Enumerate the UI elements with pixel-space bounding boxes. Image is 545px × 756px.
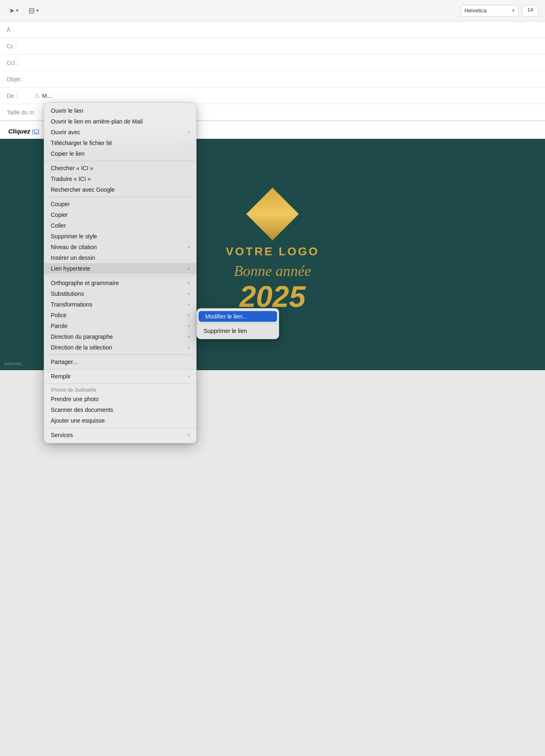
compose-icon: ⊟ bbox=[28, 6, 35, 15]
subject-label: Objet : bbox=[7, 76, 31, 83]
subject-input[interactable] bbox=[31, 76, 538, 83]
arrow-icon: › bbox=[188, 312, 190, 318]
menu-item-services[interactable]: Services › bbox=[44, 430, 196, 440]
menu-item-label: Copier le lien bbox=[51, 150, 85, 157]
submenu-item-modifier[interactable]: Modifier le lien... bbox=[199, 311, 277, 322]
menu-item-open-link[interactable]: Ouvrir le lien bbox=[44, 105, 196, 116]
from-label: De : bbox=[7, 93, 31, 99]
separator-1 bbox=[44, 161, 196, 161]
menu-item-label: Partager... bbox=[51, 359, 78, 365]
menu-item-label: Ouvrir le lien bbox=[51, 107, 83, 114]
menu-item-label: Ajouter une esquisse bbox=[51, 417, 105, 424]
font-size-field[interactable]: 14 bbox=[522, 5, 538, 17]
menu-item-google[interactable]: Rechercher avec Google bbox=[44, 184, 196, 195]
menu-item-traduire[interactable]: Traduire « ICI » bbox=[44, 174, 196, 184]
menu-item-scanner[interactable]: Scanner des documents bbox=[44, 404, 196, 415]
menu-item-label: Orthographe et grammaire bbox=[51, 280, 119, 286]
submenu-lien-hypertexte: Modifier le lien... Supprimer le lien bbox=[197, 308, 279, 339]
menu-item-label: Direction de la sélection bbox=[51, 344, 112, 351]
separator-6 bbox=[44, 383, 196, 384]
menu-item-copier[interactable]: Copier bbox=[44, 209, 196, 220]
menu-item-transformations[interactable]: Transformations › bbox=[44, 299, 196, 310]
menu-item-esquisse[interactable]: Ajouter une esquisse bbox=[44, 415, 196, 426]
menu-item-label: Remplir bbox=[51, 373, 71, 380]
menu-item-remplir[interactable]: Remplir › bbox=[44, 371, 196, 382]
click-link[interactable]: ICI bbox=[32, 128, 40, 135]
cc-input[interactable] bbox=[31, 43, 538, 50]
device-section-label: iPhone de Judikaëlle bbox=[44, 385, 196, 394]
menu-item-label: Prendre une photo bbox=[51, 396, 99, 402]
menu-item-orthographe[interactable]: Orthographe et grammaire › bbox=[44, 278, 196, 288]
arrow-icon: › bbox=[188, 266, 190, 271]
menu-item-niveau-citation[interactable]: Niveau de citation › bbox=[44, 242, 196, 252]
send-dropdown-icon: ▾ bbox=[16, 8, 19, 13]
font-dropdown[interactable]: Helvetica ⬍ bbox=[461, 5, 519, 17]
arrow-icon: › bbox=[188, 334, 190, 340]
separator-2 bbox=[44, 197, 196, 197]
menu-item-label: Scanner des documents bbox=[51, 407, 113, 413]
menu-item-prendre-photo[interactable]: Prendre une photo bbox=[44, 394, 196, 404]
menu-item-inserer-dessin[interactable]: Insérer un dessin bbox=[44, 252, 196, 263]
cc-field-row: Cc : bbox=[0, 38, 545, 55]
compose-dropdown-icon: ▾ bbox=[36, 8, 39, 13]
size-label: Taille du m bbox=[7, 109, 34, 116]
menu-item-direction-paragraphe[interactable]: Direction du paragraphe › bbox=[44, 331, 196, 342]
context-menu: Ouvrir le lien Ouvrir le lien en arrière… bbox=[44, 102, 197, 443]
arrow-icon: › bbox=[188, 373, 190, 379]
menu-item-label: Ouvrir avec bbox=[51, 129, 81, 136]
to-label: À : bbox=[7, 26, 31, 33]
menu-item-label: Coller bbox=[51, 222, 66, 229]
menu-item-label: Traduire « ICI » bbox=[51, 176, 91, 182]
menu-item-couper[interactable]: Couper bbox=[44, 199, 196, 209]
menu-item-coller[interactable]: Coller bbox=[44, 220, 196, 231]
menu-item-open-with[interactable]: Ouvrir avec › bbox=[44, 127, 196, 138]
menu-item-chercher[interactable]: Chercher « ICI » bbox=[44, 163, 196, 174]
font-selector-area: Helvetica ⬍ 14 bbox=[461, 5, 538, 17]
menu-item-label: Parole bbox=[51, 323, 67, 329]
menu-item-substitutions[interactable]: Substitutions › bbox=[44, 288, 196, 299]
warning-icon: ⚠ bbox=[34, 92, 40, 100]
menu-item-parole[interactable]: Parole › bbox=[44, 321, 196, 331]
menu-item-police[interactable]: Police › bbox=[44, 310, 196, 321]
separator-7 bbox=[44, 428, 196, 428]
menu-item-download[interactable]: Télécharger le fichier lié bbox=[44, 138, 196, 148]
menu-item-label: Télécharger le fichier lié bbox=[51, 140, 112, 146]
to-field-row: À : bbox=[0, 21, 545, 38]
menu-item-direction-selection[interactable]: Direction de la sélection › bbox=[44, 342, 196, 353]
font-name: Helvetica bbox=[464, 7, 486, 14]
menu-item-label: Police bbox=[51, 312, 66, 319]
menu-item-label: Transformations bbox=[51, 301, 92, 308]
arrow-icon: › bbox=[188, 129, 190, 135]
separator-5 bbox=[44, 369, 196, 369]
bcc-field-row: Cci : bbox=[0, 55, 545, 71]
subject-field-row: Objet : bbox=[0, 71, 545, 88]
to-input[interactable] bbox=[31, 26, 538, 33]
menu-item-copy-link[interactable]: Copier le lien bbox=[44, 148, 196, 159]
from-field-row: De : ⚠ M... bbox=[0, 88, 545, 104]
menu-item-partager[interactable]: Partager... bbox=[44, 357, 196, 367]
bcc-label: Cci : bbox=[7, 59, 31, 66]
menu-item-label: Substitutions bbox=[51, 290, 84, 297]
menu-item-label: Rechercher avec Google bbox=[51, 186, 115, 193]
menu-item-label: Services bbox=[51, 432, 73, 438]
send-button[interactable]: ➤ ▾ bbox=[7, 5, 21, 16]
from-value: M... bbox=[42, 93, 52, 99]
toolbar: ➤ ▾ ⊟ ▾ Helvetica ⬍ 14 bbox=[0, 0, 545, 21]
bcc-input[interactable] bbox=[31, 59, 538, 66]
arrow-icon: › bbox=[188, 302, 190, 307]
compose-button[interactable]: ⊟ ▾ bbox=[26, 5, 41, 17]
menu-item-label: Insérer un dessin bbox=[51, 254, 95, 261]
menu-item-label: Lien hypertexte bbox=[51, 265, 90, 272]
menu-item-label: Direction du paragraphe bbox=[51, 333, 113, 340]
menu-item-supprimer-style[interactable]: Supprimer le style bbox=[44, 231, 196, 242]
menu-item-lien-hypertexte[interactable]: Lien hypertexte › bbox=[44, 263, 196, 274]
arrow-icon: › bbox=[188, 291, 190, 297]
submenu-item-supprimer[interactable]: Supprimer le lien bbox=[197, 326, 279, 336]
banner-logo-text: VOTRE LOGO bbox=[226, 245, 320, 258]
send-icon: ➤ bbox=[9, 7, 14, 14]
menu-item-open-link-bg[interactable]: Ouvrir le lien en arrière-plan de Mail bbox=[44, 116, 196, 127]
submenu-separator bbox=[197, 323, 279, 324]
menu-item-label: Ouvrir le lien en arrière-plan de Mail bbox=[51, 118, 143, 125]
separator-3 bbox=[44, 276, 196, 276]
banner-watermark: videosto... bbox=[4, 361, 25, 366]
